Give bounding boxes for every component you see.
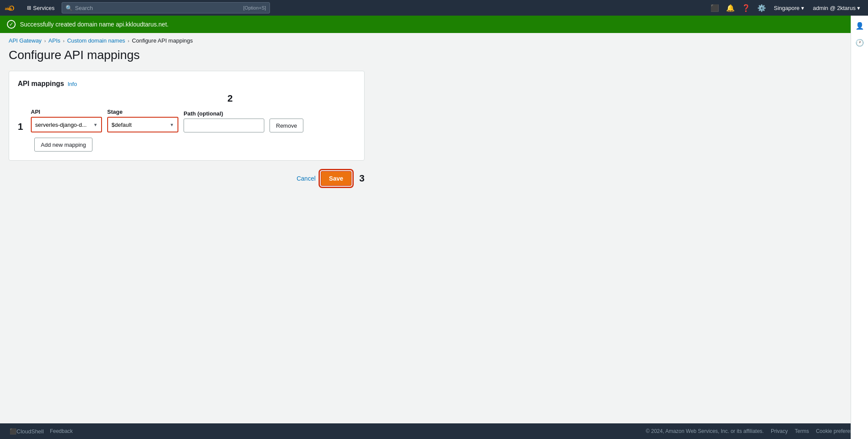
svg-text:aws: aws <box>5 7 12 11</box>
sidebar-user-icon-button[interactable]: 👤 <box>853 19 867 33</box>
breadcrumb-sep-1: › <box>44 38 46 43</box>
breadcrumb-api-gateway[interactable]: API Gateway <box>9 37 42 44</box>
stage-select-wrapper: $default <box>107 117 178 132</box>
notification-banner: ✓ Successfully created domain name api.k… <box>0 16 868 33</box>
remove-button[interactable]: Remove <box>270 119 303 132</box>
add-new-mapping-button[interactable]: Add new mapping <box>34 138 92 152</box>
region-label: Singapore ▾ <box>774 5 804 11</box>
check-icon: ✓ <box>7 20 16 29</box>
mapping-fields: API serverles-django-d... Stage <box>31 109 303 132</box>
actions-row: Cancel Save 3 <box>9 171 365 186</box>
stage-field-group: Stage $default <box>107 109 178 132</box>
add-mapping-wrapper: Add new mapping <box>34 138 355 152</box>
card-title: API mappings <box>18 80 64 88</box>
sidebar-right: 👤 🕐 <box>851 16 868 195</box>
user-button[interactable]: admin @ 2ktarus ▾ <box>809 3 864 13</box>
bell-icon-button[interactable]: 🔔 <box>723 2 737 14</box>
api-path-group: API serverles-django-d... Stage <box>31 109 303 132</box>
path-field-group: Path (optional) <box>184 110 264 132</box>
annotation-2: 2 <box>227 93 233 104</box>
nav-right: ⬛ 🔔 ❓ ⚙️ Singapore ▾ admin @ 2ktarus ▾ <box>708 2 864 14</box>
breadcrumb-apis[interactable]: APIs <box>49 37 60 44</box>
user-label: admin @ 2ktarus ▾ <box>813 5 860 11</box>
path-input[interactable] <box>184 119 264 132</box>
breadcrumb-sep-3: › <box>128 38 129 43</box>
help-icon-button[interactable]: ❓ <box>739 2 753 14</box>
breadcrumb: API Gateway › APIs › Custom domain names… <box>0 33 851 48</box>
page-content: Configure API mappings API mappings Info… <box>0 48 851 195</box>
region-button[interactable]: Singapore ▾ <box>770 3 808 13</box>
services-button[interactable]: ⊞ Services <box>23 3 58 13</box>
page-title: Configure API mappings <box>9 48 842 62</box>
api-field-group: API serverles-django-d... <box>31 109 102 132</box>
search-bar: 🔍 [Option+S] <box>62 2 270 13</box>
mapping-section: 1 API serverles-django-d... <box>18 109 355 132</box>
annotation-3: 3 <box>359 173 365 184</box>
save-button[interactable]: Save <box>321 171 352 186</box>
annotation-2-wrapper: 2 <box>105 95 355 107</box>
api-mappings-card: API mappings Info 2 1 API <box>9 71 365 161</box>
search-shortcut: [Option+S] <box>243 5 266 10</box>
api-select[interactable]: serverles-django-d... <box>32 118 101 132</box>
notification-message: Successfully created domain name api.kkl… <box>20 21 168 28</box>
settings-icon-button[interactable]: ⚙️ <box>755 2 769 14</box>
api-select-wrapper: serverles-django-d... <box>31 117 102 132</box>
top-nav: aws ⊞ Services 🔍 [Option+S] ⬛ 🔔 ❓ ⚙️ Sin… <box>0 0 868 16</box>
breadcrumb-current: Configure API mappings <box>132 37 193 44</box>
stage-select[interactable]: $default <box>108 118 178 132</box>
sidebar-history-icon-button[interactable]: 🕐 <box>853 36 867 50</box>
card-header: API mappings Info <box>18 80 355 88</box>
aws-logo: aws <box>4 3 20 13</box>
main-wrapper: API Gateway › APIs › Custom domain names… <box>0 33 851 195</box>
breadcrumb-custom-domain-names[interactable]: Custom domain names <box>67 37 125 44</box>
search-input[interactable] <box>75 5 242 11</box>
terminal-icon-button[interactable]: ⬛ <box>708 2 722 14</box>
annotation-1: 1 <box>18 109 31 132</box>
api-label: API <box>31 109 102 115</box>
stage-label: Stage <box>107 109 178 115</box>
breadcrumb-sep-2: › <box>63 38 65 43</box>
services-label: Services <box>33 5 55 11</box>
cancel-button[interactable]: Cancel <box>296 175 316 182</box>
info-link[interactable]: Info <box>68 81 77 87</box>
path-label: Path (optional) <box>184 110 264 117</box>
